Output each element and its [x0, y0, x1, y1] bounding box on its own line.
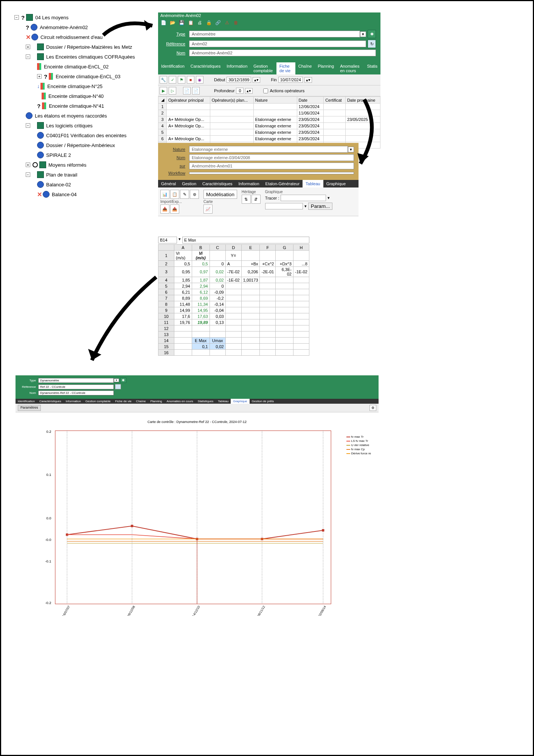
- nom-input[interactable]: Anémomètre-Aném02: [189, 50, 376, 56]
- tool-flag-icon[interactable]: ⚑: [178, 76, 185, 84]
- tool-icon[interactable]: 📋: [170, 190, 179, 199]
- collapse-icon[interactable]: −: [26, 123, 30, 128]
- table-row[interactable]: 211/06/2024: [158, 110, 380, 116]
- expand-icon[interactable]: +: [26, 163, 30, 167]
- table-row[interactable]: 4A+ Métrologie Op...Etalonnage externe23…: [158, 123, 380, 129]
- tree-item[interactable]: + ? Enceinte climatique-EnCL_03: [14, 71, 154, 81]
- collapse-icon[interactable]: −: [26, 54, 30, 59]
- tab[interactable]: Caractéristiques: [37, 399, 64, 404]
- link-icon[interactable]: 🔗: [215, 20, 221, 26]
- tree-item[interactable]: SPIRALE 2: [14, 150, 154, 160]
- tab-caracteristiques[interactable]: Caractéristiques: [188, 62, 224, 74]
- tab-graphique[interactable]: Graphique: [231, 399, 249, 404]
- spreadsheet[interactable]: ABC DEF GH 1Vr (m/s)Vi (m/s)Y= 20,50,50A…: [158, 244, 309, 356]
- tab-gestion[interactable]: Gestion: [179, 180, 199, 187]
- ref-input[interactable]: Aném02: [189, 40, 366, 47]
- save-icon[interactable]: 💾: [179, 20, 185, 26]
- print-icon[interactable]: 🖨: [197, 20, 203, 26]
- modelisation-button[interactable]: Modélisation: [203, 190, 237, 199]
- tree-root[interactable]: − ? 04 Les moyens: [14, 12, 154, 22]
- fin-spinner[interactable]: ▴▾: [304, 77, 312, 83]
- nom-input[interactable]: Etalonnage externe-03/04/2008: [189, 154, 354, 161]
- tab[interactable]: Fiche de vie: [113, 399, 134, 404]
- tab[interactable]: Information: [64, 399, 83, 404]
- tab-identification[interactable]: Identification: [158, 62, 188, 74]
- cell-ref-input[interactable]: [158, 237, 177, 243]
- tree-item[interactable]: − Les Enceintes climatiques COFRAquées: [14, 52, 154, 62]
- tab[interactable]: Gestion comptable: [83, 399, 113, 404]
- warning-icon[interactable]: ⚠: [224, 20, 230, 26]
- export-icon[interactable]: 📤: [170, 204, 179, 214]
- expand-icon[interactable]: +: [37, 74, 42, 79]
- tab-chaine[interactable]: Chaîne: [295, 62, 315, 74]
- tab-statis[interactable]: Statis: [364, 62, 380, 74]
- tree-item[interactable]: Les étalons et moyens raccordés: [14, 111, 154, 121]
- collapse-icon[interactable]: −: [26, 172, 30, 177]
- tree-item[interactable]: C0401F01 Vérification des enceintes: [14, 130, 154, 140]
- carte-icon[interactable]: 📈: [203, 204, 213, 214]
- tree-item[interactable]: Enceinte climatique-EnCL_02: [14, 62, 154, 71]
- tab-fiche-de-vie[interactable]: Fiche de vie: [276, 62, 295, 74]
- import-icon[interactable]: 📥: [160, 204, 169, 214]
- tool-icon[interactable]: 📊: [160, 190, 169, 199]
- param-button[interactable]: Param...: [308, 203, 332, 210]
- dropdown-icon[interactable]: ▾: [328, 195, 330, 200]
- grid-header[interactable]: Date prochaine: [345, 97, 380, 104]
- tab-information[interactable]: Information: [236, 180, 262, 187]
- grid-header[interactable]: Date: [297, 97, 324, 104]
- dropdown-icon[interactable]: ▾: [304, 204, 307, 209]
- tool-check-icon[interactable]: ✓: [169, 76, 176, 84]
- tool-icon[interactable]: ⊚: [190, 190, 199, 199]
- new-icon[interactable]: 📄: [160, 20, 166, 26]
- tab-tableau[interactable]: Tableau: [303, 180, 323, 187]
- tab-planning[interactable]: Planning: [315, 62, 337, 74]
- param-input[interactable]: [265, 203, 303, 209]
- tree-item[interactable]: ✕ Balance-04: [14, 189, 154, 199]
- nom-input[interactable]: Dynamomètre-Ref 22 - CControle: [38, 390, 114, 395]
- tracer-input[interactable]: [281, 195, 326, 201]
- collapse-icon[interactable]: −: [14, 15, 19, 20]
- type-action-button[interactable]: ✱: [368, 30, 376, 38]
- tool-stop-icon[interactable]: ■: [187, 76, 194, 84]
- ref-action-button[interactable]: ↻: [368, 40, 376, 48]
- tab-general[interactable]: Général: [158, 180, 179, 187]
- fin-input[interactable]: 10/07/2024: [278, 77, 303, 83]
- tab[interactable]: Planning: [148, 399, 164, 404]
- profondeur-input[interactable]: 0: [236, 88, 244, 94]
- tab[interactable]: Gestion de prêts: [250, 399, 276, 404]
- tree-item[interactable]: + Dossier / Répertoire-Maizières les Met…: [14, 42, 154, 52]
- filter-icon[interactable]: ▶: [160, 87, 167, 94]
- nature-input[interactable]: Etalonnage externe: [189, 146, 348, 153]
- workflow-input[interactable]: [189, 172, 354, 174]
- actions-checkbox[interactable]: [263, 88, 268, 93]
- refresh-button[interactable]: [115, 384, 121, 389]
- expand-icon[interactable]: +: [26, 45, 30, 49]
- tool-icon[interactable]: ✎: [180, 190, 189, 199]
- tree-item[interactable]: Balance-02: [14, 180, 154, 189]
- tree-item[interactable]: − Plan de travail: [14, 170, 154, 180]
- tab-gestion-comptable[interactable]: Gestion comptable: [250, 62, 276, 74]
- dropdown-icon[interactable]: ▾: [114, 378, 119, 382]
- dropdown-icon[interactable]: ▾: [360, 31, 366, 37]
- tree-item[interactable]: − Les logiciels critiques: [14, 121, 154, 130]
- table-row[interactable]: 5Etalonnage externe23/05/2024: [158, 129, 380, 136]
- sur-input[interactable]: Anémomètre-Aném01: [189, 163, 354, 169]
- tab-caracteristiques[interactable]: Caractéristiques: [199, 180, 235, 187]
- tab[interactable]: Identification: [16, 399, 37, 404]
- heritage-icon[interactable]: ⇵: [251, 195, 261, 204]
- ref-input[interactable]: Ref 22 - CControle: [38, 384, 114, 389]
- tab[interactable]: Statistiques: [196, 399, 216, 404]
- heritage-icon[interactable]: ⇅: [242, 195, 251, 204]
- table-row[interactable]: 3A+ Métrologie Op...Etalonnage externe23…: [158, 116, 380, 123]
- grid-header[interactable]: Opérateur(s) plan...: [210, 97, 253, 104]
- grid-header[interactable]: Certificat: [324, 97, 346, 104]
- tool-wrench-icon[interactable]: 🔧: [160, 76, 167, 84]
- tool-target-icon[interactable]: ◉: [196, 76, 203, 84]
- type-input[interactable]: Dynamomètre: [38, 378, 114, 383]
- lock-icon[interactable]: 🔒: [206, 20, 212, 26]
- grid-header[interactable]: Nature: [253, 97, 297, 104]
- table-row[interactable]: 112/06/2024: [158, 104, 380, 110]
- tab[interactable]: Tableau: [216, 399, 231, 404]
- tree-item[interactable]: ✕ Circuit refroidissement d'eau: [14, 32, 154, 42]
- grid-header[interactable]: Opérateur principal: [167, 97, 210, 104]
